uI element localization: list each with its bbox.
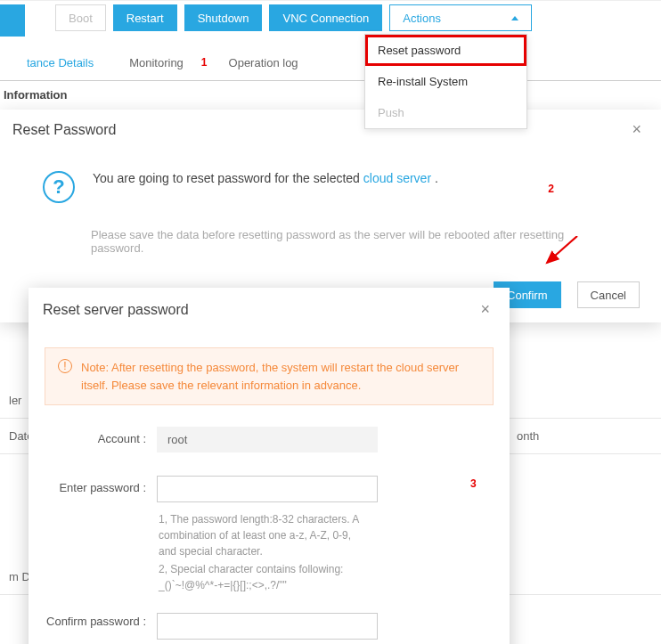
password-input[interactable] <box>157 476 378 502</box>
top-toolbar: Boot Restart Shutdown VNC Connection Act… <box>0 0 661 37</box>
actions-dropdown: Reset password Re-install System Push <box>364 34 527 129</box>
annotation-2: 2 <box>548 183 554 195</box>
cancel-button[interactable]: Cancel <box>577 281 640 308</box>
menu-push: Push <box>365 97 526 128</box>
boot-button: Boot <box>55 4 106 31</box>
tab-operation-log[interactable]: Operation log <box>229 56 298 69</box>
note-label: Note: <box>81 361 109 374</box>
cloud-server-link[interactable]: cloud server <box>363 171 431 185</box>
confirm-password-row: Confirm password : <box>29 593 510 643</box>
tab-monitoring[interactable]: Monitoring <box>129 56 184 69</box>
msg-part-b: . <box>431 171 438 185</box>
annotation-3: 3 <box>470 477 477 490</box>
modal2-header: Reset server password × <box>29 288 510 331</box>
question-icon: ? <box>43 171 75 203</box>
note-text: After resetting the password, the system… <box>81 361 459 392</box>
restart-button[interactable]: Restart <box>113 4 177 31</box>
modal1-header: Reset Password × <box>0 110 661 151</box>
menu-reinstall-system[interactable]: Re-install System <box>365 66 526 97</box>
bg-row1-label: ler <box>9 394 21 407</box>
modal2-title: Reset server password <box>43 302 189 318</box>
shutdown-button[interactable]: Shutdown <box>184 4 263 31</box>
arrow-annotation-icon <box>542 236 584 272</box>
warning-note: ! Note: After resetting the password, th… <box>45 347 494 405</box>
account-value: root <box>157 427 378 452</box>
actions-dropdown-button[interactable]: Actions <box>389 4 532 31</box>
actions-label: Actions <box>403 12 441 25</box>
account-row: Account : root <box>29 416 510 456</box>
tab-instance-details[interactable]: tance Details <box>27 56 94 69</box>
enter-password-label: Enter password : <box>45 476 146 494</box>
confirm-password-input[interactable] <box>157 613 378 640</box>
bg-row2-val: onth <box>517 429 539 443</box>
tabs-bar: tance Details Monitoring 1 Operation log <box>0 40 661 81</box>
reset-server-password-modal: Reset server password × ! Note: After re… <box>29 288 510 644</box>
enter-password-row: Enter password : <box>29 456 510 506</box>
msg-part-a: You are going to reset password for the … <box>93 171 363 185</box>
caret-up-icon <box>511 16 518 20</box>
password-hint-1: 1, The password length:8-32 characters. … <box>29 506 367 559</box>
confirm-password-label: Confirm password : <box>45 613 146 632</box>
information-heading: Information <box>0 77 661 102</box>
account-label: Account : <box>45 427 146 445</box>
close-icon[interactable]: × <box>475 298 495 321</box>
menu-reset-password[interactable]: Reset password <box>365 35 526 66</box>
vnc-button[interactable]: VNC Connection <box>269 4 382 31</box>
modal1-title: Reset Password <box>12 122 117 138</box>
close-icon[interactable]: × <box>626 118 647 141</box>
modal1-message: You are going to reset password for the … <box>93 171 438 203</box>
svg-line-0 <box>547 236 577 263</box>
password-hint-2: 2, Special character contains following:… <box>29 559 367 593</box>
modal1-body: ? You are going to reset password for th… <box>0 151 661 212</box>
annotation-1: 1 <box>201 56 208 69</box>
logo-block <box>0 4 25 37</box>
warning-icon: ! <box>58 359 72 373</box>
